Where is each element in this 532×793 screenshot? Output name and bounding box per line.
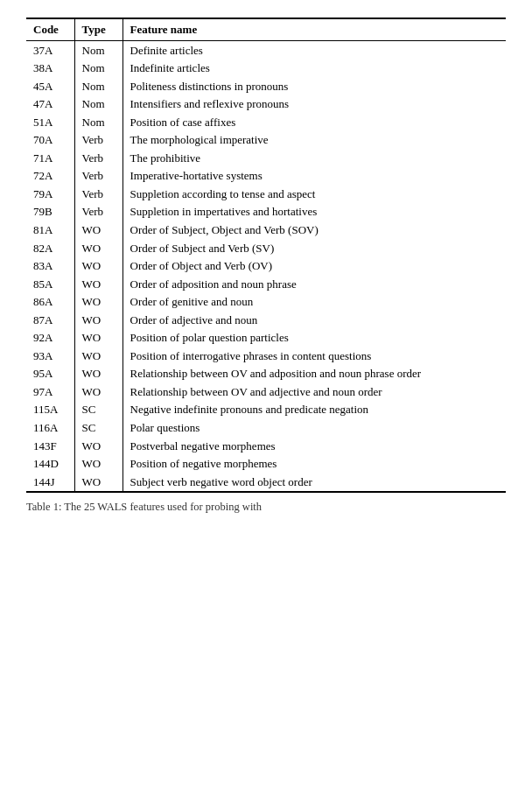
cell-code: 45A — [26, 77, 74, 95]
cell-code: 79A — [26, 185, 74, 203]
header-feature: Feature name — [122, 18, 506, 41]
cell-type: WO — [74, 347, 122, 365]
cell-feature: Order of genitive and noun — [122, 293, 506, 312]
cell-feature: Suppletion according to tense and aspect — [122, 185, 506, 203]
table-row: 87AWOOrder of adjective and noun — [26, 311, 506, 329]
table-row: 144DWOPosition of negative morphemes — [26, 455, 506, 474]
cell-type: Nom — [74, 113, 122, 131]
cell-code: 97A — [26, 382, 74, 401]
table-row: 51ANomPosition of case affixes — [26, 113, 506, 131]
table-row: 93AWOPosition of interrogative phrases i… — [26, 347, 506, 365]
cell-feature: Position of negative morphemes — [122, 455, 506, 474]
cell-type: Nom — [74, 60, 122, 78]
header-type: Type — [74, 18, 122, 41]
cell-type: Verb — [74, 149, 122, 167]
table-caption: Table 1: The 25 WALS features used for p… — [26, 500, 506, 516]
cell-feature: Order of Subject, Object and Verb (SOV) — [122, 221, 506, 239]
cell-feature: Order of Object and Verb (OV) — [122, 257, 506, 276]
cell-feature: Negative indefinite pronouns and predica… — [122, 401, 506, 419]
cell-code: 70A — [26, 131, 74, 150]
cell-feature: Suppletion in impertatives and hortative… — [122, 203, 506, 221]
cell-type: WO — [74, 455, 122, 474]
features-table: Code Type Feature name 37ANomDefinite ar… — [26, 18, 506, 493]
cell-type: WO — [74, 239, 122, 257]
cell-type: WO — [74, 257, 122, 276]
table-row: 95AWORelationship between OV and adposit… — [26, 365, 506, 383]
cell-code: 81A — [26, 221, 74, 239]
cell-type: SC — [74, 418, 122, 437]
cell-feature: Relationship between OV and adjective an… — [122, 382, 506, 401]
cell-type: WO — [74, 473, 122, 492]
cell-type: Verb — [74, 185, 122, 203]
cell-code: 82A — [26, 239, 74, 257]
cell-code: 38A — [26, 60, 74, 78]
page-container: Code Type Feature name 37ANomDefinite ar… — [0, 0, 532, 793]
cell-type: Verb — [74, 131, 122, 150]
cell-type: WO — [74, 311, 122, 329]
cell-feature: Order of adjective and noun — [122, 311, 506, 329]
cell-code: 116A — [26, 418, 74, 437]
cell-code: 92A — [26, 329, 74, 347]
table-header-row: Code Type Feature name — [26, 18, 506, 41]
cell-feature: Intensifiers and reflexive pronouns — [122, 95, 506, 114]
cell-feature: Order of adposition and noun phrase — [122, 275, 506, 293]
table-row: 85AWOOrder of adposition and noun phrase — [26, 275, 506, 293]
cell-code: 79B — [26, 203, 74, 221]
cell-type: Nom — [74, 95, 122, 114]
table-row: 71AVerbThe prohibitive — [26, 149, 506, 167]
cell-code: 72A — [26, 167, 74, 186]
cell-code: 51A — [26, 113, 74, 131]
table-row: 143FWOPostverbal negative morphemes — [26, 437, 506, 455]
table-row: 116ASCPolar questions — [26, 418, 506, 437]
table-row: 79BVerbSuppletion in impertatives and ho… — [26, 203, 506, 221]
cell-type: Verb — [74, 167, 122, 186]
table-row: 45ANomPoliteness distinctions in pronoun… — [26, 77, 506, 95]
cell-feature: Subject verb negative word object order — [122, 473, 506, 492]
cell-type: WO — [74, 293, 122, 312]
cell-feature: Position of interrogative phrases in con… — [122, 347, 506, 365]
table-row: 92AWOPosition of polar question particle… — [26, 329, 506, 347]
cell-code: 93A — [26, 347, 74, 365]
cell-type: Verb — [74, 203, 122, 221]
cell-feature: Position of case affixes — [122, 113, 506, 131]
cell-code: 37A — [26, 41, 74, 60]
cell-type: WO — [74, 275, 122, 293]
cell-code: 143F — [26, 437, 74, 455]
table-row: 81AWOOrder of Subject, Object and Verb (… — [26, 221, 506, 239]
cell-type: WO — [74, 437, 122, 455]
table-row: 79AVerbSuppletion according to tense and… — [26, 185, 506, 203]
table-row: 86AWOOrder of genitive and noun — [26, 293, 506, 312]
cell-code: 86A — [26, 293, 74, 312]
table-row: 115ASCNegative indefinite pronouns and p… — [26, 401, 506, 419]
table-row: 82AWOOrder of Subject and Verb (SV) — [26, 239, 506, 257]
cell-feature: The prohibitive — [122, 149, 506, 167]
cell-type: WO — [74, 365, 122, 383]
cell-type: WO — [74, 382, 122, 401]
cell-type: WO — [74, 221, 122, 239]
cell-code: 85A — [26, 275, 74, 293]
cell-feature: Polar questions — [122, 418, 506, 437]
table-row: 37ANomDefinite articles — [26, 41, 506, 60]
table-row: 72AVerbImperative-hortative systems — [26, 167, 506, 186]
table-row: 144JWOSubject verb negative word object … — [26, 473, 506, 492]
cell-feature: The morphological imperative — [122, 131, 506, 150]
cell-code: 95A — [26, 365, 74, 383]
cell-feature: Politeness distinctions in pronouns — [122, 77, 506, 95]
cell-code: 87A — [26, 311, 74, 329]
table-row: 97AWORelationship between OV and adjecti… — [26, 382, 506, 401]
table-row: 83AWOOrder of Object and Verb (OV) — [26, 257, 506, 276]
cell-type: Nom — [74, 41, 122, 60]
cell-feature: Imperative-hortative systems — [122, 167, 506, 186]
table-row: 70AVerbThe morphological imperative — [26, 131, 506, 150]
cell-code: 144D — [26, 455, 74, 474]
table-row: 38ANomIndefinite articles — [26, 60, 506, 78]
cell-feature: Order of Subject and Verb (SV) — [122, 239, 506, 257]
header-code: Code — [26, 18, 74, 41]
cell-code: 47A — [26, 95, 74, 114]
cell-code: 115A — [26, 401, 74, 419]
cell-feature: Indefinite articles — [122, 60, 506, 78]
cell-feature: Definite articles — [122, 41, 506, 60]
cell-feature: Relationship between OV and adposition a… — [122, 365, 506, 383]
cell-code: 71A — [26, 149, 74, 167]
cell-code: 144J — [26, 473, 74, 492]
